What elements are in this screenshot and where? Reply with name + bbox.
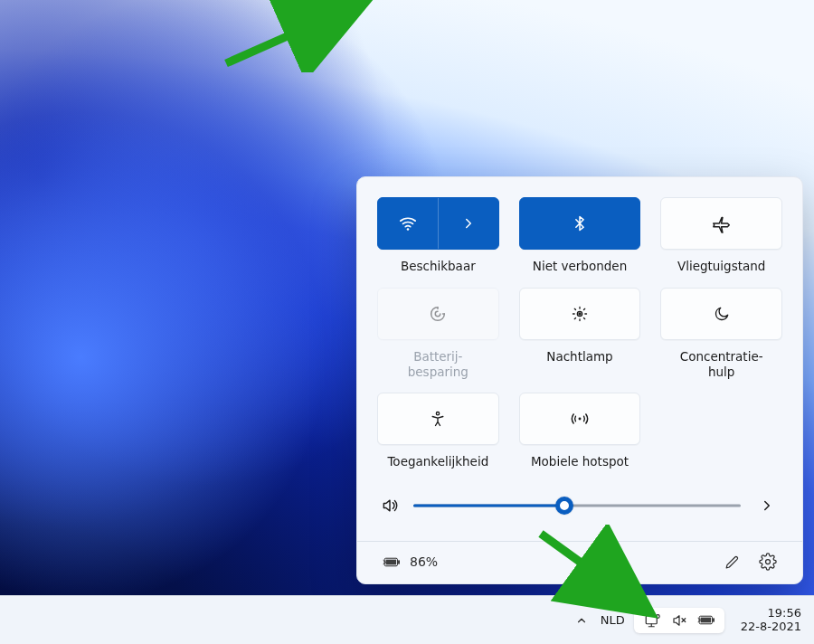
cell-accessibility: Toegankelijkheid <box>377 393 499 470</box>
svg-point-8 <box>766 560 771 564</box>
tile-hotspot[interactable] <box>519 393 641 445</box>
tile-bluetooth-label: Niet verbonden <box>533 259 627 275</box>
svg-point-3 <box>437 412 440 415</box>
taskbar: NLD 19:56 22-8-2021 <box>0 595 814 644</box>
tile-wifi-toggle[interactable] <box>378 198 439 249</box>
tile-hotspot-label: Mobiele hotspot <box>531 454 629 470</box>
tile-bluetooth[interactable] <box>519 197 641 250</box>
chevron-right-icon <box>459 213 478 233</box>
tray-date: 22-8-2021 <box>741 620 801 634</box>
tile-battery-saver[interactable] <box>377 288 499 340</box>
volume-icon[interactable] <box>381 497 399 515</box>
volume-fill <box>413 505 564 507</box>
cell-night-light: Nachtlamp <box>519 288 641 380</box>
airplane-icon <box>712 213 732 233</box>
cell-battery-saver: Batterij- besparing <box>377 288 499 380</box>
accessibility-icon <box>428 409 448 429</box>
wifi-icon <box>398 213 418 233</box>
battery-percent: 86% <box>410 554 438 569</box>
cell-wifi: Beschikbaar <box>377 197 499 275</box>
tile-night-light[interactable] <box>519 288 641 340</box>
cell-empty <box>660 393 782 470</box>
tile-wifi[interactable] <box>377 197 499 250</box>
battery-charging-icon <box>383 553 401 571</box>
svg-point-4 <box>579 418 582 421</box>
svg-point-2 <box>579 313 581 315</box>
volume-row <box>381 494 779 517</box>
tray-battery-icon <box>697 611 715 630</box>
cell-hotspot: Mobiele hotspot <box>519 393 641 470</box>
system-tray: NLD 19:56 22-8-2021 <box>572 607 801 634</box>
tile-wifi-expand[interactable] <box>439 198 498 249</box>
tray-time: 19:56 <box>768 607 801 620</box>
volume-track <box>413 505 741 507</box>
cell-focus: Concentratie- hulp <box>660 288 782 380</box>
quick-settings-panel: Beschikbaar Niet verbonden Vliegtuigstan… <box>356 176 803 584</box>
svg-rect-7 <box>386 559 396 564</box>
battery-saver-icon <box>428 304 448 324</box>
focus-assist-icon <box>712 304 732 324</box>
svg-rect-6 <box>398 560 400 564</box>
night-light-icon <box>570 304 590 324</box>
edit-quick-settings-button[interactable] <box>723 553 741 571</box>
volume-output-expand[interactable] <box>755 494 779 517</box>
tile-airplane-label: Vliegtuigstand <box>677 259 766 275</box>
settings-button[interactable] <box>759 553 777 571</box>
svg-point-10 <box>656 614 659 618</box>
panel-footer: 86% <box>377 542 782 583</box>
cell-airplane: Vliegtuigstand <box>660 197 782 275</box>
tile-battery-saver-label: Batterij- besparing <box>408 349 469 380</box>
volume-slider[interactable] <box>413 497 741 515</box>
tray-overflow-button[interactable] <box>572 611 592 630</box>
tile-accessibility[interactable] <box>377 393 499 445</box>
tile-night-light-label: Nachtlamp <box>546 349 612 365</box>
svg-rect-9 <box>646 615 657 623</box>
quick-settings-grid: Beschikbaar Niet verbonden Vliegtuigstan… <box>377 197 782 470</box>
tile-focus[interactable] <box>660 288 782 340</box>
tray-language[interactable]: NLD <box>601 613 625 627</box>
svg-rect-13 <box>700 618 710 623</box>
svg-point-0 <box>407 228 410 231</box>
tile-airplane[interactable] <box>660 197 782 250</box>
battery-status[interactable]: 86% <box>383 553 438 571</box>
svg-rect-12 <box>713 618 715 621</box>
tray-network-icon <box>643 611 661 630</box>
tile-wifi-label: Beschikbaar <box>401 259 476 275</box>
tray-datetime[interactable]: 19:56 22-8-2021 <box>741 607 801 634</box>
tile-focus-label: Concentratie- hulp <box>680 349 763 380</box>
bluetooth-icon <box>570 213 590 233</box>
hotspot-icon <box>570 409 590 429</box>
volume-thumb[interactable] <box>555 497 573 515</box>
tile-accessibility-label: Toegankelijkheid <box>387 454 488 470</box>
cell-bluetooth: Niet verbonden <box>519 197 641 275</box>
tray-volume-muted-icon <box>670 611 688 630</box>
tray-quick-settings-chip[interactable] <box>634 608 724 633</box>
